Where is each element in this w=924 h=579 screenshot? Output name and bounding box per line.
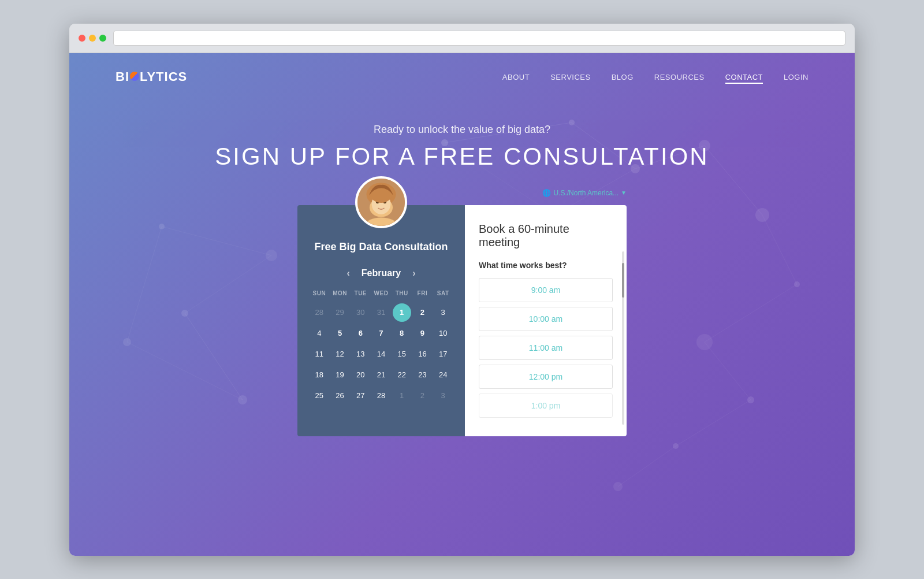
day-name-fri: FRI [412,288,433,299]
time-picker-panel: 🌐 U.S./North America... ▼ Book a 60-minu… [465,205,627,436]
nav-item-resources[interactable]: RESOURCES [654,72,705,82]
cal-day[interactable]: 29 [331,303,349,322]
cal-day[interactable]: 21 [372,366,390,384]
cal-day[interactable]: 22 [393,366,411,384]
cal-day[interactable]: 31 [372,303,390,322]
cal-day[interactable]: 2 [413,303,431,322]
cal-day[interactable]: 25 [310,387,329,405]
address-bar[interactable] [113,31,845,46]
cal-day[interactable]: 15 [393,345,411,363]
cal-day[interactable]: 9 [413,324,431,343]
website-content: BI LYTICS ABOUT SERVICES BLOG RESOURCES … [69,53,855,556]
nav-item-services[interactable]: SERVICES [550,72,591,82]
hero-title: SIGN UP FOR A FREE CONSULTATION [81,143,843,170]
cal-day[interactable]: 4 [310,324,329,343]
day-name-mon: MON [330,288,351,299]
cal-day[interactable]: 2 [413,387,431,405]
navbar: BI LYTICS ABOUT SERVICES BLOG RESOURCES … [69,53,855,101]
timezone-selector[interactable]: 🌐 U.S./North America... ▼ [542,189,627,197]
cal-day-selected[interactable]: 1 [393,303,411,322]
nav-item-blog[interactable]: BLOG [612,72,634,82]
widget-container: Free Big Data Consultation ‹ February › … [69,205,855,471]
time-slot-1[interactable]: 10:00 am [479,307,613,331]
cal-day[interactable]: 16 [413,345,431,363]
hero-section: Ready to unlock the value of big data? S… [69,101,855,205]
cal-day[interactable]: 10 [434,324,452,343]
cal-day[interactable]: 28 [310,303,329,322]
time-slot-2[interactable]: 11:00 am [479,336,613,360]
calendar-month-name: February [362,268,401,279]
next-month-button[interactable]: › [412,268,415,279]
cal-day[interactable]: 1 [393,387,411,405]
nav-item-about[interactable]: ABOUT [502,72,530,82]
logo[interactable]: BI LYTICS [116,69,187,84]
time-question: What time works best? [479,261,613,270]
day-name-sat: SAT [433,288,453,299]
cal-day[interactable]: 27 [351,387,370,405]
avatar-svg [357,179,405,226]
cal-day[interactable]: 19 [331,366,349,384]
nav-link-blog[interactable]: BLOG [612,73,634,81]
nav-link-login[interactable]: LOGIN [784,73,808,81]
calendar-month-nav: ‹ February › [309,268,453,279]
hero-subtitle: Ready to unlock the value of big data? [81,124,843,136]
time-slot-4[interactable]: 1:00 pm [479,394,613,418]
logo-text-prefix: BI [116,69,129,84]
day-name-sun: SUN [309,288,330,299]
cal-day[interactable]: 30 [351,303,370,322]
cal-day[interactable]: 6 [351,324,370,343]
scroll-thumb [622,263,624,298]
globe-icon: 🌐 [542,189,551,197]
nav-links: ABOUT SERVICES BLOG RESOURCES CONTACT LO… [502,72,808,82]
cal-day[interactable]: 5 [331,324,349,343]
cal-day[interactable]: 3 [434,387,452,405]
day-name-wed: WED [371,288,392,299]
scrollbar[interactable] [622,251,624,425]
cal-day[interactable]: 17 [434,345,452,363]
cal-day[interactable]: 14 [372,345,390,363]
time-slots-list: 9:00 am 10:00 am 11:00 am 12:00 pm 1:00 … [479,278,613,418]
cal-day[interactable]: 11 [310,345,329,363]
nav-link-contact[interactable]: CONTACT [725,73,763,84]
calendar-header-row: SUN MON TUE WED THU FRI SAT [309,288,453,299]
cal-day[interactable]: 12 [331,345,349,363]
day-name-thu: THU [392,288,412,299]
nav-item-contact[interactable]: CONTACT [725,72,763,82]
calendar-panel: Free Big Data Consultation ‹ February › … [297,205,465,436]
day-name-tue: TUE [350,288,371,299]
cal-day[interactable]: 18 [310,366,329,384]
cal-day[interactable]: 23 [413,366,431,384]
cal-day[interactable]: 13 [351,345,370,363]
time-slot-3[interactable]: 12:00 pm [479,365,613,389]
cal-day[interactable]: 28 [372,387,390,405]
browser-dots [79,35,106,42]
timezone-label: U.S./North America... [553,189,619,197]
nav-item-login[interactable]: LOGIN [784,72,808,82]
dot-green[interactable] [99,35,106,42]
time-panel-header: Book a 60-minute meeting [479,222,613,249]
dot-yellow[interactable] [89,35,96,42]
prev-month-button[interactable]: ‹ [346,268,349,279]
calendar-title: Free Big Data Consultation [309,240,453,254]
browser-window: BI LYTICS ABOUT SERVICES BLOG RESOURCES … [69,24,855,556]
nav-link-about[interactable]: ABOUT [502,73,530,81]
cal-day[interactable]: 7 [372,324,390,343]
logo-text-suffix: LYTICS [140,69,187,84]
cal-day[interactable]: 26 [331,387,349,405]
cal-day[interactable]: 24 [434,366,452,384]
nav-link-resources[interactable]: RESOURCES [654,73,705,81]
dot-red[interactable] [79,35,85,42]
cal-day[interactable]: 20 [351,366,370,384]
browser-chrome [69,24,855,53]
logo-icon [130,72,139,81]
calendar-grid: SUN MON TUE WED THU FRI SAT 28 29 [309,288,453,405]
profile-avatar-wrapper [355,176,407,228]
chevron-down-icon: ▼ [621,190,627,196]
cal-day[interactable]: 3 [434,303,452,322]
profile-avatar [355,176,407,228]
time-slot-0[interactable]: 9:00 am [479,278,613,302]
calendar-body: 28 29 30 31 1 2 3 4 5 6 7 8 [309,303,453,405]
nav-link-services[interactable]: SERVICES [550,73,591,81]
cal-day[interactable]: 8 [393,324,411,343]
